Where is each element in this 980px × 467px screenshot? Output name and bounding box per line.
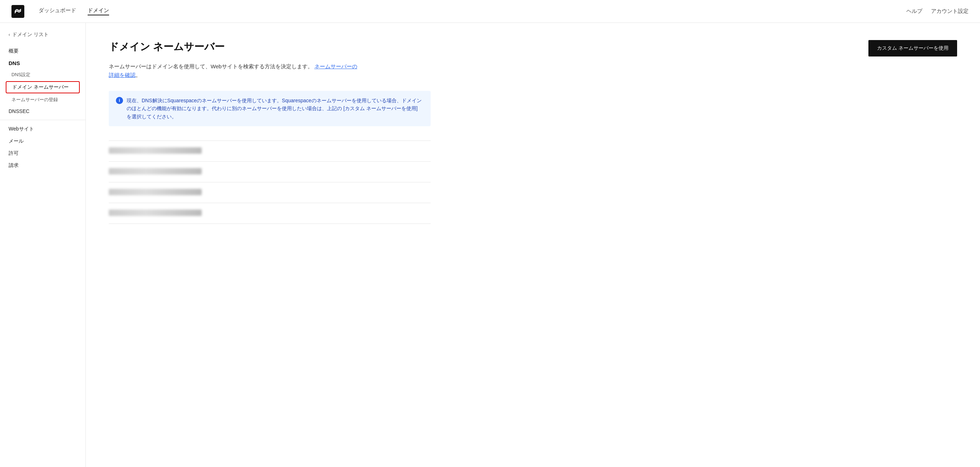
sidebar-item-domain-nameserver[interactable]: ドメイン ネームサーバー <box>6 81 80 93</box>
nav-links: ダッシュボード ドメイン <box>39 7 906 15</box>
ns-entry-2 <box>109 161 431 182</box>
sidebar-item-website[interactable]: Webサイト <box>0 123 86 135</box>
page-description: ネームサーバーはドメイン名を使用して、Webサイトを検索する方法を決定します。 … <box>109 62 359 79</box>
ns-entry-1 <box>109 141 431 161</box>
page-title: ドメイン ネームサーバー <box>109 40 224 54</box>
sidebar-item-nameserver-register[interactable]: ネームサーバーの登録 <box>0 94 86 105</box>
sidebar-item-permissions[interactable]: 許可 <box>0 147 86 159</box>
ns-entry-4 <box>109 203 431 224</box>
nav-domain[interactable]: ドメイン <box>88 7 109 15</box>
sidebar: ‹ ドメイン リスト 概要 DNS DNS設定 ドメイン ネームサーバー ネーム… <box>0 23 86 467</box>
chevron-left-icon: ‹ <box>9 32 10 37</box>
top-right-links: ヘルプ アカウント設定 <box>906 8 969 15</box>
sidebar-divider <box>0 120 86 120</box>
sidebar-item-overview[interactable]: 概要 <box>0 45 86 57</box>
ns-value-1 <box>109 147 202 154</box>
ns-value-4 <box>109 210 202 216</box>
back-label: ドメイン リスト <box>12 32 49 38</box>
sidebar-section-dns: DNS <box>0 57 86 69</box>
help-link[interactable]: ヘルプ <box>906 8 923 15</box>
info-text: 現在、DNS解決にSquarespaceのネームサーバーを使用しています。Squ… <box>127 97 423 121</box>
sidebar-item-mail[interactable]: メール <box>0 135 86 147</box>
nav-dashboard[interactable]: ダッシュボード <box>39 7 76 15</box>
main-content: ドメイン ネームサーバー カスタム ネームサーバーを使用 ネームサーバーはドメイ… <box>86 23 980 467</box>
sidebar-item-dnssec[interactable]: DNSSEC <box>0 105 86 117</box>
sidebar-item-billing[interactable]: 請求 <box>0 159 86 172</box>
info-icon: i <box>116 97 123 104</box>
content-header: ドメイン ネームサーバー カスタム ネームサーバーを使用 <box>109 40 957 57</box>
ns-value-3 <box>109 189 202 195</box>
account-settings-link[interactable]: アカウント設定 <box>931 8 969 15</box>
domain-list-back[interactable]: ‹ ドメイン リスト <box>0 32 86 45</box>
main-layout: ‹ ドメイン リスト 概要 DNS DNS設定 ドメイン ネームサーバー ネーム… <box>0 23 980 467</box>
top-nav: ダッシュボード ドメイン ヘルプ アカウント設定 <box>0 0 980 23</box>
squarespace-logo <box>11 5 24 18</box>
info-box: i 現在、DNS解決にSquarespaceのネームサーバーを使用しています。S… <box>109 91 431 126</box>
sidebar-item-dns-settings[interactable]: DNS設定 <box>0 69 86 81</box>
nameserver-list <box>109 141 431 224</box>
ns-value-2 <box>109 168 202 175</box>
logo-area <box>11 5 24 18</box>
custom-nameserver-button[interactable]: カスタム ネームサーバーを使用 <box>869 40 957 57</box>
ns-entry-3 <box>109 182 431 203</box>
